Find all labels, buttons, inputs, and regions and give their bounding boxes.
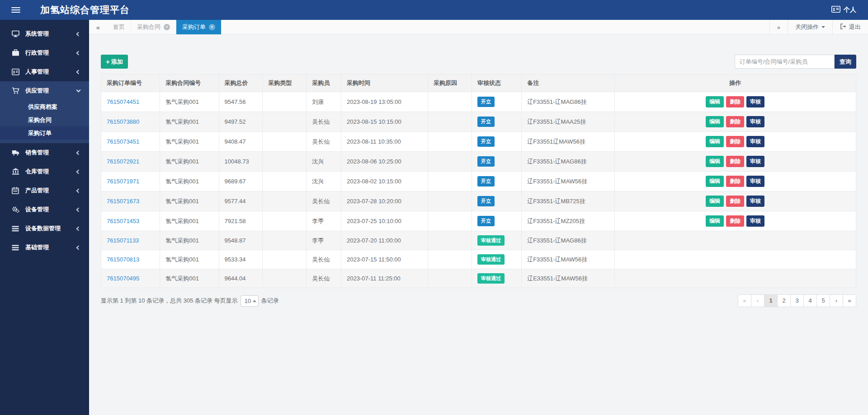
delete-button[interactable]: 删除 (726, 215, 744, 227)
order-number-link[interactable]: 7615073451 (101, 132, 160, 152)
page-button-4[interactable]: 4 (803, 294, 817, 307)
cell-actions: 编辑删除审核 (614, 112, 856, 132)
order-number-link[interactable]: 7615071971 (101, 172, 160, 191)
audit-button[interactable]: 审核 (746, 176, 764, 187)
cell-total-price: 9547.56 (219, 92, 263, 112)
audit-button[interactable]: 审核 (746, 136, 764, 147)
sidebar-subitem[interactable]: 供应商档案 (0, 100, 89, 113)
user-menu[interactable]: 个人 (831, 6, 856, 14)
audit-button[interactable]: 审核 (746, 116, 764, 127)
table-row: 7615071971氢气采购0019689.67沈兴2023-08-02 10:… (101, 172, 856, 191)
audit-button[interactable]: 审核 (746, 196, 764, 207)
page-button-3[interactable]: 3 (790, 294, 804, 307)
bank-icon (12, 168, 19, 176)
chevron-left-icon (76, 188, 81, 193)
page-button-‹[interactable]: ‹ (751, 294, 764, 307)
order-number-link[interactable]: 7615071453 (101, 211, 160, 231)
order-number-link[interactable]: 7615070495 (101, 269, 160, 288)
edit-button[interactable]: 编辑 (706, 176, 724, 187)
order-number-link[interactable]: 7615070813 (101, 250, 160, 269)
search-button[interactable]: 查询 (835, 55, 856, 69)
order-number-link[interactable]: 7615071133 (101, 231, 160, 250)
cell-buyer: 刘康 (307, 92, 341, 112)
cell-actions: 编辑删除审核 (614, 92, 856, 112)
page-title: 加氢站综合管理平台 (40, 4, 130, 16)
page-button-«[interactable]: « (738, 294, 751, 307)
id-card-icon (12, 68, 19, 76)
close-operations-dropdown[interactable]: 关闭操作 (788, 20, 832, 34)
order-number-link[interactable]: 7615072921 (101, 152, 160, 172)
delete-button[interactable]: 删除 (726, 96, 744, 107)
menu-toggle-icon[interactable] (11, 6, 20, 14)
cell-buyer: 吴长仙 (307, 191, 341, 211)
edit-button[interactable]: 编辑 (706, 196, 724, 207)
edit-button[interactable]: 编辑 (706, 136, 724, 147)
cell-audit-status: 开立 (472, 112, 521, 132)
tab-采购订单[interactable]: 采购订单× (176, 20, 222, 34)
edit-button[interactable]: 编辑 (706, 116, 724, 127)
cell-actions: 编辑删除审核 (614, 132, 856, 152)
page-button-»[interactable]: » (843, 294, 856, 307)
page-button-1[interactable]: 1 (764, 294, 778, 307)
delete-button[interactable]: 删除 (726, 136, 744, 147)
sidebar-item-1[interactable]: 行政管理 (0, 43, 89, 62)
audit-button[interactable]: 审核 (746, 96, 764, 107)
sidebar-item-8[interactable]: 设备数据管理 (0, 219, 89, 238)
search-input[interactable] (735, 55, 835, 69)
tabs-scroll-left-button[interactable]: « (89, 20, 107, 34)
sidebar-item-7[interactable]: 设备管理 (0, 200, 89, 219)
page-button-5[interactable]: 5 (816, 294, 830, 307)
sidebar-subitem[interactable]: 采购合同 (0, 113, 89, 126)
order-number-link[interactable]: 7615074451 (101, 92, 160, 112)
list-icon (12, 225, 19, 233)
cell-audit-status: 开立 (472, 211, 521, 231)
sidebar-item-9[interactable]: 基础管理 (0, 238, 89, 257)
caret-up-icon (253, 300, 256, 302)
page-size-select[interactable]: 10 (241, 295, 259, 307)
sidebar-item-6[interactable]: 产品管理 (0, 181, 89, 200)
table-row: 7615073451氢气采购0019408.47吴长仙2023-08-11 10… (101, 132, 856, 152)
delete-button[interactable]: 删除 (726, 176, 744, 187)
cell-contract-no: 氢气采购001 (160, 231, 219, 250)
monitor-icon (12, 30, 19, 38)
cell-purchase-time: 2023-07-15 11:50:00 (341, 250, 428, 269)
audit-button[interactable]: 审核 (746, 215, 764, 227)
sidebar-item-2[interactable]: 人事管理 (0, 62, 89, 81)
cell-total-price: 10048.73 (219, 152, 263, 172)
edit-button[interactable]: 编辑 (706, 96, 724, 107)
cell-buyer: 吴长仙 (307, 132, 341, 152)
sidebar-item-label: 系统管理 (25, 30, 77, 38)
cell-purchase-time: 2023-07-11 11:25:00 (341, 269, 428, 288)
tab-首页[interactable]: 首页 (107, 20, 131, 34)
tabs-scroll-right-button[interactable]: » (769, 20, 788, 34)
chevron-left-icon (76, 245, 81, 250)
table-row: 7615071133氢气采购0019548.87李季2023-07-20 11:… (101, 231, 856, 250)
tab-close-icon[interactable]: × (209, 24, 215, 30)
table-row: 7615072921氢气采购00110048.73沈兴2023-08-06 10… (101, 152, 856, 172)
cell-remark: 辽F33551-辽MAA25挂 (522, 112, 614, 132)
page-button-2[interactable]: 2 (777, 294, 791, 307)
order-number-link[interactable]: 7615073880 (101, 112, 160, 132)
edit-button[interactable]: 编辑 (706, 215, 724, 227)
edit-button[interactable]: 编辑 (706, 156, 724, 167)
tab-close-icon[interactable]: × (164, 24, 170, 30)
sidebar-subitem[interactable]: 采购订单 (0, 126, 89, 140)
page-button-›[interactable]: › (830, 294, 843, 307)
sidebar-item-4[interactable]: 销售管理 (0, 143, 89, 162)
sidebar-item-5[interactable]: 仓库管理 (0, 162, 89, 181)
cell-contract-no: 氢气采购001 (160, 211, 219, 231)
delete-button[interactable]: 删除 (726, 196, 744, 207)
cell-remark: 辽E33551-辽MAW56挂 (522, 269, 614, 288)
order-number-link[interactable]: 7615071673 (101, 191, 160, 211)
logout-button[interactable]: 退出 (832, 20, 868, 34)
sidebar-item-3[interactable]: 供应管理 (0, 81, 89, 100)
delete-button[interactable]: 删除 (726, 116, 744, 127)
add-button[interactable]: + 添加 (101, 55, 128, 69)
cell-remark: 辽F33551-辽MAW56挂 (522, 250, 614, 269)
gears-icon (12, 206, 19, 214)
delete-button[interactable]: 删除 (726, 156, 744, 167)
column-header: 审核状态 (472, 75, 521, 92)
audit-button[interactable]: 审核 (746, 156, 764, 167)
sidebar-item-0[interactable]: 系统管理 (0, 24, 89, 43)
tab-采购合同[interactable]: 采购合同× (131, 20, 176, 34)
